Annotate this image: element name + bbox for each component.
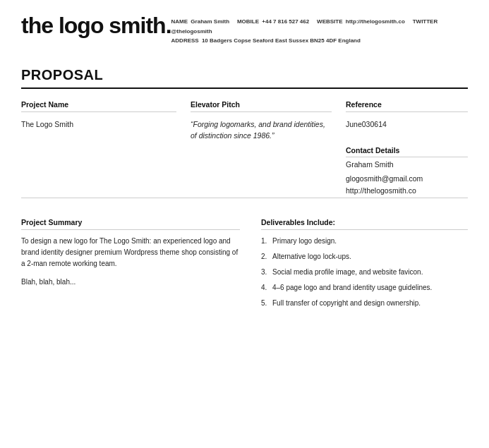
page: the logo smith. NAME Graham Smith MOBILE… (0, 0, 489, 334)
col-project: Project Name The Logo Smith (21, 95, 191, 198)
list-item-text: Social media profile image, and website … (272, 267, 468, 277)
twitter-label: TWITTER (413, 18, 438, 25)
col-deliverables: Deliverables Include: 1.Primary logo des… (261, 218, 468, 313)
col-summary: Project Summary To design a new logo for… (21, 218, 261, 313)
project-name-value: The Logo Smith (21, 116, 176, 136)
list-item-num: 3. (261, 267, 272, 277)
mobile-value: +44 7 816 527 462 (262, 18, 309, 25)
list-item: 1.Primary logo design. (261, 236, 468, 246)
website-label: WEBSITE (317, 18, 342, 25)
list-item: 3.Social media profile image, and websit… (261, 267, 468, 277)
list-item-num: 4. (261, 282, 272, 293)
summary-text2: Blah, blah, blah... (21, 277, 240, 288)
contact-email: glogosmith@gmail.com http://thelogosmith… (346, 173, 468, 198)
address-label: ADDRESS (171, 37, 199, 44)
list-item-num: 2. (261, 251, 272, 262)
list-item-num: 1. (261, 236, 272, 246)
contact-name: Graham Smith (346, 160, 468, 169)
summary-label: Project Summary (21, 218, 240, 230)
col-reference: Reference June030614 Contact Details Gra… (346, 95, 468, 198)
bottom-section: Project Summary To design a new logo for… (21, 218, 468, 313)
elevator-pitch-value: “Forging logomarks, and brand identities… (191, 116, 332, 147)
deliverables-label: Deliverables Include: (261, 218, 468, 230)
twitter-value: @thelogosmith (171, 28, 212, 35)
list-item: 2.Alternative logo lock-ups. (261, 251, 468, 262)
reference-label: Reference (346, 95, 468, 112)
mobile-label: MOBILE (237, 18, 259, 25)
reference-value: June030614 (346, 116, 468, 136)
project-name-label: Project Name (21, 95, 176, 112)
elevator-pitch-label: Elevator Pitch (191, 95, 332, 112)
col-elevator: Elevator Pitch “Forging logomarks, and b… (191, 95, 346, 198)
contact-details-label: Contact Details (346, 146, 468, 157)
name-value: Graham Smith (191, 18, 229, 25)
header: the logo smith. NAME Graham Smith MOBILE… (21, 14, 468, 46)
list-item-text: Full transfer of copyright and design ow… (272, 298, 468, 308)
name-label: NAME (171, 18, 188, 25)
list-item-text: 4–6 page logo and brand identity usage g… (272, 282, 468, 293)
list-item-text: Alternative logo lock-ups. (272, 251, 468, 262)
list-item-num: 5. (261, 298, 272, 308)
address-value: 10 Badgers Copse Seaford East Sussex BN2… (202, 37, 361, 44)
deliverables-list: 1.Primary logo design.2.Alternative logo… (261, 236, 468, 308)
proposal-title: PROPOSAL (21, 67, 468, 89)
summary-text1: To design a new logo for The Logo Smith:… (21, 236, 240, 270)
company-logo: the logo smith. (21, 14, 171, 37)
info-row: Project Name The Logo Smith Elevator Pit… (21, 95, 468, 198)
list-item: 5.Full transfer of copyright and design … (261, 298, 468, 308)
list-item: 4.4–6 page logo and brand identity usage… (261, 282, 468, 293)
list-item-text: Primary logo design. (272, 236, 468, 246)
header-contact: NAME Graham Smith MOBILE +44 7 816 527 4… (171, 14, 468, 46)
website-value: http://thelogosmith.co (346, 18, 405, 25)
